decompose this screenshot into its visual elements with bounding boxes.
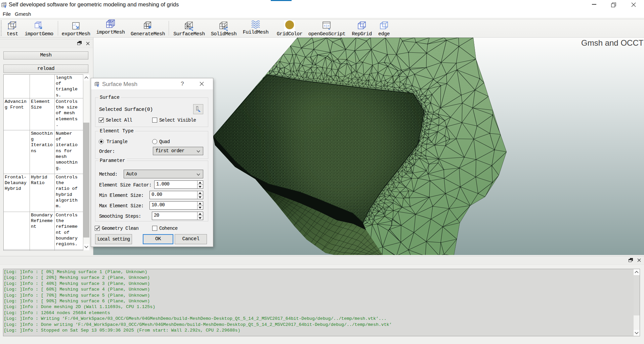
svg-text:<|>: <|> [324, 25, 329, 28]
svg-text:Gmsh and OCCT: Gmsh and OCCT [581, 38, 644, 47]
